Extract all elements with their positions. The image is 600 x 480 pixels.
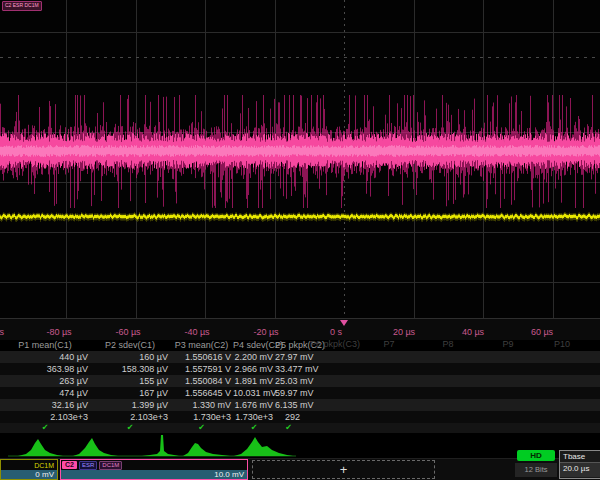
measurement-value: 1.556645 V: [170, 388, 233, 398]
histicon-shape: [234, 437, 293, 456]
timebase-ruler: -100 µs-80 µs-60 µs-40 µs-20 µs0 s20 µs4…: [0, 318, 600, 340]
measurement-value: 2.200 mV: [233, 352, 275, 362]
measurement-value: 292: [275, 412, 302, 422]
measurement-value: 27.97 mV: [275, 352, 302, 362]
timebase-descriptor-box[interactable]: Tbase 20.0 µs: [559, 450, 600, 479]
time-tick-label: -20 µs: [253, 327, 278, 337]
measurement-header-p2[interactable]: P2 sdev(C1): [90, 340, 170, 350]
time-tick-label: -60 µs: [115, 327, 140, 337]
time-tick-label: -80 µs: [46, 327, 71, 337]
measurement-value: 6.135 mV: [275, 400, 302, 410]
status-check-icon: ✔: [0, 423, 90, 433]
measurement-value: 363.98 µV: [0, 364, 90, 374]
trigger-position-marker[interactable]: [340, 320, 348, 326]
measurement-value: 32.16 µV: [0, 400, 90, 410]
status-check-icon: ✔: [233, 423, 275, 433]
measurement-value: 1.676 mV: [233, 400, 275, 410]
measurement-header-p1[interactable]: P1 mean(C1): [0, 340, 90, 350]
timebase-label: Tbase: [560, 451, 600, 463]
measurement-value: 10.031 mV: [233, 388, 275, 398]
timebase-scale-value: 20.0 µs: [560, 463, 600, 477]
measurement-value: 1.730e+3: [233, 412, 275, 422]
measurement-value: 1.550084 V: [170, 376, 233, 386]
trace-descriptor-badge[interactable]: C2 ESR DC1M: [2, 1, 42, 11]
parameter-histicons: [0, 433, 600, 458]
time-tick-label: 0 s: [330, 327, 342, 337]
waveform-display[interactable]: [0, 0, 600, 318]
measurement-value: 440 µV: [0, 352, 90, 362]
measurement-value: 1.399 µV: [90, 400, 170, 410]
c2-channel-badge: C2: [62, 461, 77, 469]
status-check-icon: ✔: [90, 423, 170, 433]
measurement-value: 263 µV: [0, 376, 90, 386]
histicon-shape: [18, 439, 63, 456]
measurement-header-p5[interactable]: P5 pkpk(C2): [275, 340, 302, 350]
time-tick-label: -40 µs: [184, 327, 209, 337]
time-tick-label: 40 µs: [462, 327, 484, 337]
measurement-value: 1.557591 V: [170, 364, 233, 374]
status-check-icon: ✔: [275, 423, 302, 433]
time-tick-label: -100 µs: [0, 327, 4, 337]
c1-scale-value: 0 mV: [1, 470, 57, 479]
histicon-shape: [142, 435, 179, 456]
measurement-header-unused[interactable]: P10: [554, 339, 570, 349]
measurement-value: 2.966 mV: [233, 364, 275, 374]
measurement-header-unused[interactable]: P8: [442, 339, 453, 349]
measurement-value: 155 µV: [90, 376, 170, 386]
measurement-value: 158.308 µV: [90, 364, 170, 374]
measurement-value: 474 µV: [0, 388, 90, 398]
status-check-icon: ✔: [170, 423, 233, 433]
c2-scale-value: 10.0 mV: [61, 470, 247, 479]
measurement-row: 363.98 µV158.308 µV1.557591 V2.966 mV33.…: [0, 363, 600, 375]
bottom-toolbar: DC1M 0 mV C2 ESR DC1M 10.0 mV +: [0, 458, 600, 480]
measurement-header-p4[interactable]: P4 sdev(C2): [233, 340, 275, 350]
measurement-value: 1.550616 V: [170, 352, 233, 362]
c2-esr-badge: ESR: [79, 461, 97, 470]
histicon-shape: [73, 438, 118, 456]
measurement-status-row: ✔✔✔✔✔: [0, 423, 600, 433]
measurement-value: 25.03 mV: [275, 376, 302, 386]
measurement-row: 32.16 µV1.399 µV1.330 mV1.676 mV6.135 mV: [0, 399, 600, 411]
measurement-header-unused[interactable]: P6 pkpk(C3): [310, 339, 360, 349]
measurement-value: 33.477 mV: [275, 364, 302, 374]
measurement-value: 167 µV: [90, 388, 170, 398]
measurement-header-p3[interactable]: P3 mean(C2): [170, 340, 233, 350]
measurement-value: 1.891 mV: [233, 376, 275, 386]
time-tick-label: 20 µs: [393, 327, 415, 337]
measurement-header-unused[interactable]: P9: [502, 339, 513, 349]
time-tick-label: 60 µs: [531, 327, 553, 337]
measurement-header-unused[interactable]: P7: [383, 339, 394, 349]
c1-descriptor-box[interactable]: DC1M 0 mV: [0, 459, 58, 480]
measurement-row: 474 µV167 µV1.556645 V10.031 mV59.97 mV: [0, 387, 600, 399]
measurement-value: 1.730e+3: [170, 412, 233, 422]
measurement-value: 1.330 mV: [170, 400, 233, 410]
measurement-row: 440 µV160 µV1.550616 V2.200 mV27.97 mV: [0, 351, 600, 363]
measurement-value: 160 µV: [90, 352, 170, 362]
histicon-shape: [183, 443, 230, 456]
measurement-table-header: P1 mean(C1)P2 sdev(C1)P3 mean(C2)P4 sdev…: [0, 339, 600, 351]
measurement-table: P1 mean(C1)P2 sdev(C1)P3 mean(C2)P4 sdev…: [0, 339, 600, 433]
measurement-row: 263 µV155 µV1.550084 V1.891 mV25.03 mV: [0, 375, 600, 387]
measurement-row: 2.103e+32.103e+31.730e+31.730e+3292: [0, 411, 600, 423]
c2-coupling-badge: DC1M: [99, 461, 122, 470]
hd-bits-label: 12 Bits: [515, 463, 557, 477]
measurement-value: 2.103e+3: [0, 412, 90, 422]
oscilloscope-screen: C2 ESR DC1M -100 µs-80 µs-60 µs-40 µs-20…: [0, 0, 600, 480]
hd-mode-badge[interactable]: HD: [517, 450, 555, 461]
measurement-value: 2.103e+3: [90, 412, 170, 422]
measurement-value: 59.97 mV: [275, 388, 302, 398]
c1-coupling-badge: DC1M: [2, 462, 56, 469]
c2-descriptor-box[interactable]: C2 ESR DC1M 10.0 mV: [60, 459, 248, 480]
add-trace-button[interactable]: +: [252, 460, 435, 479]
